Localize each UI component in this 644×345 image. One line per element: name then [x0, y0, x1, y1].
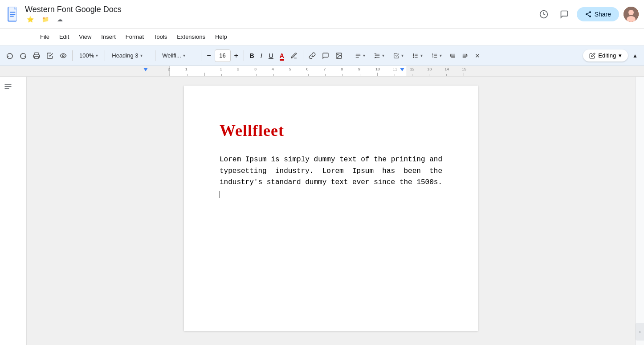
svg-point-29 — [413, 53, 414, 54]
font-size-input[interactable] — [215, 49, 231, 62]
redo-button[interactable] — [17, 50, 29, 61]
divider-3 — [155, 50, 155, 61]
indent-marker[interactable] — [143, 68, 148, 71]
history-button[interactable] — [536, 6, 552, 22]
print-button[interactable] — [30, 50, 43, 61]
avatar — [624, 7, 639, 22]
clear-formatting-button[interactable] — [472, 51, 483, 61]
svg-point-31 — [413, 57, 414, 58]
bold-button[interactable]: B — [247, 50, 257, 61]
outline-panel — [0, 77, 27, 345]
document-body[interactable]: Lorem Ipsum is simply dummy text of the … — [220, 154, 442, 200]
style-value: Heading 3 — [112, 52, 138, 59]
page-area[interactable]: Wellfleet Lorem Ipsum is simply dummy te… — [27, 77, 635, 345]
bullet-list-icon — [412, 53, 419, 59]
pencil-icon — [589, 53, 595, 59]
right-panel: › — [635, 77, 644, 345]
svg-point-14 — [628, 10, 634, 15]
svg-text:3: 3 — [432, 56, 433, 58]
paint-format-button[interactable] — [57, 50, 69, 61]
svg-point-19 — [338, 54, 338, 55]
italic-button[interactable]: I — [258, 50, 265, 61]
svg-point-17 — [62, 55, 64, 57]
checklist-arrow: ▾ — [401, 53, 404, 58]
title-area: Western Font Google Docs ⭐ 📁 ☁ — [25, 5, 532, 24]
zoom-dropdown[interactable]: 100% ▾ — [75, 50, 102, 61]
line-spacing-arrow: ▾ — [382, 53, 384, 58]
doc-body-text: Lorem Ipsum is simply dummy text of the … — [220, 156, 442, 186]
svg-point-30 — [413, 55, 414, 56]
numbered-list-arrow: ▾ — [440, 53, 442, 58]
divider-7 — [348, 50, 348, 61]
divider-4 — [201, 50, 201, 61]
right-margin-marker[interactable] — [400, 68, 404, 71]
zoom-arrow: ▾ — [96, 53, 98, 58]
ruler-right — [407, 66, 644, 76]
menu-extensions[interactable]: Extensions — [172, 32, 210, 42]
editing-mode-button[interactable]: Editing ▾ — [583, 49, 628, 62]
menu-edit[interactable]: Edit — [55, 32, 73, 42]
spellcheck-button[interactable] — [44, 50, 56, 61]
divider-2 — [105, 50, 105, 61]
add-comment-button[interactable] — [319, 50, 332, 61]
menu-view[interactable]: View — [74, 32, 96, 42]
star-button[interactable]: ⭐ — [25, 15, 36, 24]
share-label: Share — [595, 11, 611, 18]
align-dropdown[interactable]: ▾ — [351, 50, 369, 61]
bullet-list-arrow: ▾ — [420, 53, 423, 58]
font-dropdown[interactable]: Wellfl... ▾ — [158, 50, 198, 61]
svg-point-9 — [586, 13, 587, 15]
bullet-list-dropdown[interactable]: ▾ — [408, 50, 427, 61]
editing-label: Editing — [598, 52, 616, 59]
svg-point-8 — [589, 11, 591, 13]
text-color-button[interactable]: A — [277, 50, 287, 61]
outline-icon[interactable] — [4, 82, 23, 92]
share-button[interactable]: Share — [577, 7, 619, 21]
ruler-scale: 21123456789101112131415 — [169, 66, 407, 76]
line-spacing-dropdown[interactable]: ▾ — [370, 50, 388, 61]
font-size-box: − + — [204, 49, 241, 62]
svg-rect-5 — [10, 16, 14, 16]
collapse-toolbar-button[interactable]: ▲ — [630, 51, 640, 61]
title-actions: ⭐ 📁 ☁ — [25, 15, 532, 24]
folder-button[interactable]: 📁 — [40, 15, 51, 24]
cloud-save-button[interactable]: ☁ — [55, 15, 65, 24]
menu-file[interactable]: File — [36, 32, 54, 42]
align-arrow: ▾ — [363, 53, 365, 58]
line-spacing-icon — [374, 53, 380, 59]
increase-indent-button[interactable] — [459, 51, 471, 61]
svg-line-11 — [587, 15, 589, 16]
increase-font-size-button[interactable]: + — [232, 50, 241, 62]
numbered-list-dropdown[interactable]: 123 ▾ — [428, 50, 446, 61]
ruler: 21123456789101112131415 — [0, 66, 644, 77]
editing-arrow: ▾ — [619, 52, 622, 59]
divider-5 — [244, 50, 244, 61]
link-button[interactable] — [306, 50, 318, 61]
menu-insert[interactable]: Insert — [97, 32, 120, 42]
title-bar: Western Font Google Docs ⭐ 📁 ☁ Share — [0, 0, 644, 29]
checklist-dropdown[interactable]: ▾ — [389, 50, 408, 61]
doc-title[interactable]: Western Font Google Docs — [25, 5, 532, 14]
menu-help[interactable]: Help — [211, 32, 232, 42]
insert-image-button[interactable] — [333, 50, 345, 61]
font-arrow: ▾ — [183, 53, 185, 58]
main-layout: Wellfleet Lorem Ipsum is simply dummy te… — [0, 77, 644, 345]
divider-6 — [303, 50, 303, 61]
undo-button[interactable] — [4, 50, 16, 61]
style-dropdown[interactable]: Heading 3 ▾ — [108, 50, 152, 61]
decrease-indent-button[interactable] — [447, 51, 458, 61]
highlight-button[interactable] — [288, 50, 300, 61]
collapse-side-panel-button[interactable]: › — [636, 323, 644, 341]
comment-button[interactable] — [556, 6, 572, 22]
menu-format[interactable]: Format — [121, 32, 148, 42]
menu-bar: File Edit View Insert Format Tools Exten… — [0, 29, 644, 45]
text-color-label: A — [280, 52, 284, 59]
checklist-icon — [393, 53, 399, 59]
doc-icon — [5, 6, 21, 22]
document-page[interactable]: Wellfleet Lorem Ipsum is simply dummy te… — [184, 86, 478, 331]
toolbar-right: Editing ▾ ▲ — [581, 49, 640, 62]
decrease-font-size-button[interactable]: − — [204, 50, 213, 62]
underline-button[interactable]: U — [266, 50, 276, 61]
numbered-list-icon: 123 — [432, 53, 438, 59]
menu-tools[interactable]: Tools — [149, 32, 171, 42]
